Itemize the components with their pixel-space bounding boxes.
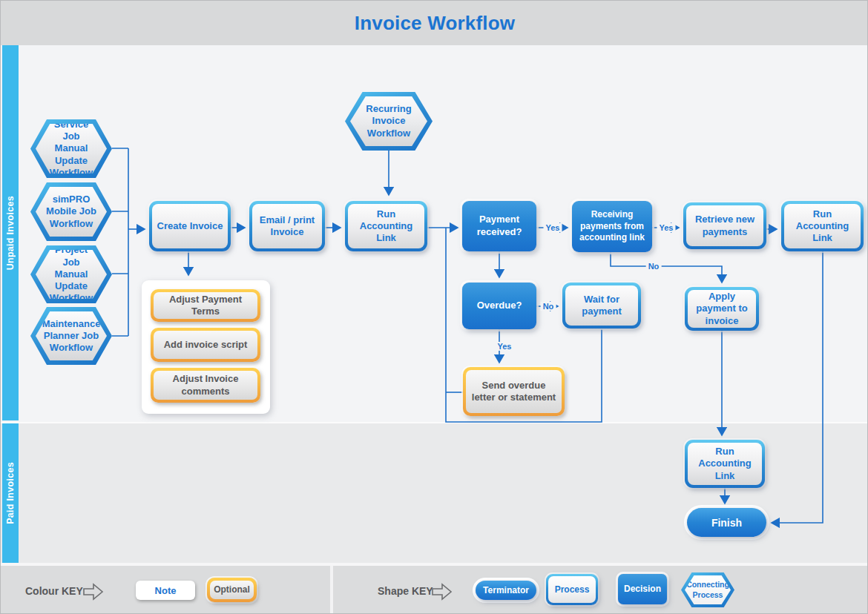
node-run-accounting-link-1: Run Accounting Link xyxy=(345,201,427,251)
node-adjust-payment-terms: Adjust Payment Terms xyxy=(151,289,260,322)
shape-key-label: Shape KEY xyxy=(378,585,433,597)
node-finish-terminator: Finish xyxy=(687,508,766,537)
node-project-job-label: Project Job Manual Update Workflow xyxy=(36,250,107,299)
unpaid-invoices-label: Unpaid Invoices xyxy=(5,196,16,270)
legend-optional-label: Optional xyxy=(210,581,254,599)
unpaid-invoices-strip: Unpaid Invoices xyxy=(2,45,19,420)
colour-key-label: Colour KEY xyxy=(25,585,83,597)
node-adjust-comments-label: Adjust Invoice comments xyxy=(154,371,257,400)
legend-connecting-process-sample: Connecting Process xyxy=(681,572,734,607)
node-overdue-label: Overdue? xyxy=(477,300,522,312)
edge-label-receiving-yes: Yes xyxy=(657,223,676,232)
node-payment-received-decision: Payment received? xyxy=(462,201,536,251)
node-adjust-terms-label: Adjust Payment Terms xyxy=(154,292,257,319)
node-recurring-invoice-workflow: Recurring Invoice Workflow xyxy=(345,92,433,151)
node-finish-label: Finish xyxy=(711,517,742,529)
page-title: Invoice Workflow xyxy=(355,12,516,35)
node-wait-for-payment: Wait for payment xyxy=(562,283,641,329)
node-receiving-payments-label: Receiving payments from accounting link xyxy=(578,209,646,244)
node-retrieve-payments-label: Retrieve new payments xyxy=(686,205,763,246)
node-recurring-invoice-label: Recurring Invoice Workflow xyxy=(350,96,427,146)
edge-label-receiving-no: No xyxy=(646,262,662,271)
node-run-accounting-link-3: Run Accounting Link xyxy=(685,440,765,488)
invoice-workflow-diagram: Invoice Workflow Unpaid Invoices Paid In… xyxy=(0,0,868,614)
legend-terminator-sample: Terminator xyxy=(476,581,536,600)
node-overdue-decision: Overdue? xyxy=(462,283,536,329)
node-send-overdue-label: Send overdue letter or statement xyxy=(466,370,562,413)
legend-divider xyxy=(330,566,333,614)
node-run-accounting-3-label: Run Accounting Link xyxy=(688,443,762,485)
paid-invoices-strip: Paid Invoices xyxy=(2,423,19,563)
edge-label-overdue-yes: Yes xyxy=(496,342,514,351)
node-run-accounting-link-2: Run Accounting Link xyxy=(781,201,864,251)
legend-connecting-process-label: Connecting Process xyxy=(685,575,731,604)
legend-terminator-label: Terminator xyxy=(483,585,529,595)
node-email-print-invoice: Email / print Invoice xyxy=(249,201,325,251)
node-create-invoice-label: Create Invoice xyxy=(152,204,228,248)
node-simpro-mobile-label: simPRO Mobile Job Workflow xyxy=(36,187,107,237)
shape-key-arrow-icon xyxy=(431,582,453,601)
node-wait-payment-label: Wait for payment xyxy=(565,285,638,326)
section-divider xyxy=(1,422,868,423)
node-run-accounting-1-label: Run Accounting Link xyxy=(348,204,424,248)
node-add-script-label: Add invoice script xyxy=(154,331,257,359)
node-service-job-workflow: Service Job Manual Update Workflow xyxy=(30,119,112,178)
legend-optional-sample: Optional xyxy=(207,578,257,602)
node-send-overdue-letter: Send overdue letter or statement xyxy=(463,367,565,416)
node-simpro-mobile-workflow: simPRO Mobile Job Workflow xyxy=(30,182,112,241)
node-add-invoice-script: Add invoice script xyxy=(151,328,260,362)
node-service-job-label: Service Job Manual Update Workflow xyxy=(36,124,107,174)
node-email-print-label: Email / print Invoice xyxy=(252,204,322,248)
node-create-invoice: Create Invoice xyxy=(149,201,231,251)
node-receiving-payments-decision: Receiving payments from accounting link xyxy=(572,201,652,252)
node-apply-payment-to-invoice: Apply payment to invoice xyxy=(685,287,759,331)
legend-decision-label: Decision xyxy=(624,584,661,595)
node-apply-payment-label: Apply payment to invoice xyxy=(688,290,756,328)
node-maintenance-planner-label: Maintenance Planner Job Workflow xyxy=(36,311,107,360)
legend-note-label: Note xyxy=(155,585,177,596)
node-retrieve-new-payments: Retrieve new payments xyxy=(683,202,766,249)
node-payment-received-label: Payment received? xyxy=(468,214,530,239)
node-maintenance-planner-workflow: Maintenance Planner Job Workflow xyxy=(30,307,112,365)
legend-process-label: Process xyxy=(548,576,596,603)
legend-decision-sample: Decision xyxy=(618,574,667,604)
node-project-job-workflow: Project Job Manual Update Workflow xyxy=(30,245,112,303)
colour-key-arrow-icon xyxy=(82,582,105,601)
legend-note-sample: Note xyxy=(136,581,195,600)
node-run-accounting-2-label: Run Accounting Link xyxy=(784,204,861,248)
legend-process-sample: Process xyxy=(546,574,598,605)
paid-invoices-label: Paid Invoices xyxy=(5,462,16,524)
edge-label-overdue-no: No xyxy=(541,302,556,311)
node-adjust-invoice-comments: Adjust Invoice comments xyxy=(151,368,260,403)
edge-label-payment-yes: Yes xyxy=(544,223,562,232)
header-bar: Invoice Workflow xyxy=(1,1,868,45)
